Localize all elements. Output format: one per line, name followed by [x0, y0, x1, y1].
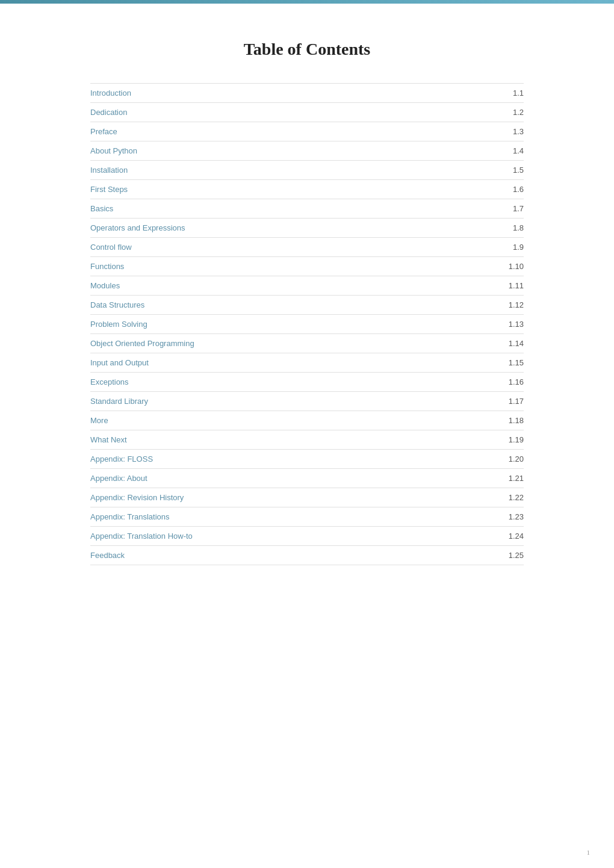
toc-link[interactable]: Appendix: Translation How-to: [90, 532, 500, 541]
toc-row: Appendix: About1.21: [90, 469, 524, 488]
toc-link[interactable]: Control flow: [90, 243, 500, 252]
toc-row: Exceptions1.16: [90, 373, 524, 392]
toc-list: Introduction1.1Dedication1.2Preface1.3Ab…: [90, 83, 524, 565]
toc-link[interactable]: Input and Output: [90, 358, 500, 367]
toc-link[interactable]: Introduction: [90, 88, 500, 98]
toc-link[interactable]: Operators and Expressions: [90, 223, 500, 232]
toc-row: Basics1.7: [90, 199, 524, 219]
toc-number: 1.5: [500, 166, 524, 175]
toc-row: About Python1.4: [90, 141, 524, 161]
toc-link[interactable]: Dedication: [90, 108, 500, 117]
toc-number: 1.13: [500, 320, 524, 329]
toc-row: Functions1.10: [90, 257, 524, 276]
toc-link[interactable]: What Next: [90, 435, 500, 444]
toc-link[interactable]: Modules: [90, 281, 500, 290]
toc-link[interactable]: Object Oriented Programming: [90, 339, 500, 348]
toc-number: 1.14: [500, 339, 524, 348]
toc-row: Feedback1.25: [90, 546, 524, 565]
toc-number: 1.10: [500, 262, 524, 271]
toc-row: Problem Solving1.13: [90, 315, 524, 334]
toc-row: First Steps1.6: [90, 180, 524, 199]
toc-link[interactable]: Feedback: [90, 551, 500, 560]
toc-row: Object Oriented Programming1.14: [90, 334, 524, 353]
page-container: Table of Contents Introduction1.1Dedicat…: [66, 4, 548, 613]
toc-row: Installation1.5: [90, 161, 524, 180]
toc-link[interactable]: First Steps: [90, 185, 500, 194]
toc-link[interactable]: About Python: [90, 146, 500, 155]
toc-number: 1.23: [500, 512, 524, 521]
page-number: 1: [587, 849, 591, 856]
toc-row: Appendix: FLOSS1.20: [90, 450, 524, 469]
toc-row: Appendix: Translations1.23: [90, 507, 524, 527]
toc-row: Introduction1.1: [90, 83, 524, 103]
toc-number: 1.2: [500, 108, 524, 117]
toc-row: Control flow1.9: [90, 238, 524, 257]
toc-link[interactable]: Functions: [90, 262, 500, 271]
toc-row: What Next1.19: [90, 430, 524, 450]
toc-number: 1.16: [500, 377, 524, 386]
toc-number: 1.8: [500, 223, 524, 232]
toc-row: Modules1.11: [90, 276, 524, 296]
toc-link[interactable]: More: [90, 416, 500, 425]
toc-number: 1.3: [500, 127, 524, 136]
toc-number: 1.15: [500, 358, 524, 367]
toc-row: More1.18: [90, 411, 524, 430]
toc-link[interactable]: Standard Library: [90, 397, 500, 406]
toc-link[interactable]: Appendix: Translations: [90, 512, 500, 521]
toc-link[interactable]: Appendix: FLOSS: [90, 454, 500, 463]
toc-link[interactable]: Data Structures: [90, 300, 500, 309]
toc-number: 1.25: [500, 551, 524, 560]
toc-number: 1.1: [500, 88, 524, 98]
toc-link[interactable]: Basics: [90, 204, 500, 213]
toc-row: Appendix: Revision History1.22: [90, 488, 524, 507]
toc-number: 1.21: [500, 474, 524, 483]
toc-row: Operators and Expressions1.8: [90, 219, 524, 238]
toc-row: Preface1.3: [90, 122, 524, 141]
toc-number: 1.11: [500, 281, 524, 290]
toc-number: 1.19: [500, 435, 524, 444]
toc-number: 1.24: [500, 532, 524, 541]
toc-number: 1.12: [500, 300, 524, 309]
toc-row: Dedication1.2: [90, 103, 524, 122]
toc-number: 1.9: [500, 243, 524, 252]
toc-row: Input and Output1.15: [90, 353, 524, 373]
toc-number: 1.18: [500, 416, 524, 425]
toc-link[interactable]: Appendix: Revision History: [90, 493, 500, 502]
toc-number: 1.22: [500, 493, 524, 502]
toc-number: 1.7: [500, 204, 524, 213]
toc-link[interactable]: Exceptions: [90, 377, 500, 386]
toc-row: Data Structures1.12: [90, 296, 524, 315]
toc-link[interactable]: Appendix: About: [90, 474, 500, 483]
toc-row: Appendix: Translation How-to1.24: [90, 527, 524, 546]
page-title: Table of Contents: [90, 40, 524, 59]
toc-number: 1.20: [500, 454, 524, 463]
toc-link[interactable]: Installation: [90, 166, 500, 175]
toc-number: 1.4: [500, 146, 524, 155]
toc-number: 1.6: [500, 185, 524, 194]
toc-link[interactable]: Preface: [90, 127, 500, 136]
toc-number: 1.17: [500, 397, 524, 406]
toc-link[interactable]: Problem Solving: [90, 320, 500, 329]
toc-row: Standard Library1.17: [90, 392, 524, 411]
